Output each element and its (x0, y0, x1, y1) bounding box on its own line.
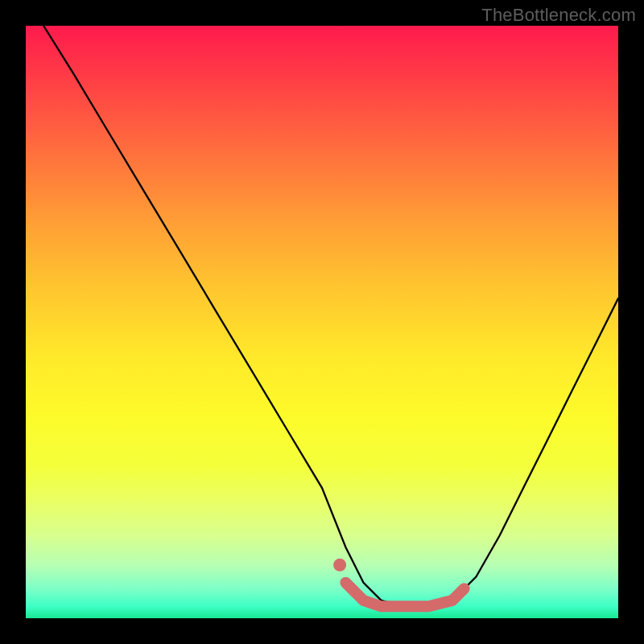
chart-frame: TheBottleneck.com (0, 0, 644, 644)
highlight-segment-path (345, 583, 464, 607)
plot-area (26, 26, 618, 618)
curve-layer (26, 26, 618, 618)
bottleneck-curve-path (43, 26, 618, 606)
highlight-start-dot (333, 559, 346, 572)
watermark-text: TheBottleneck.com (481, 5, 636, 26)
